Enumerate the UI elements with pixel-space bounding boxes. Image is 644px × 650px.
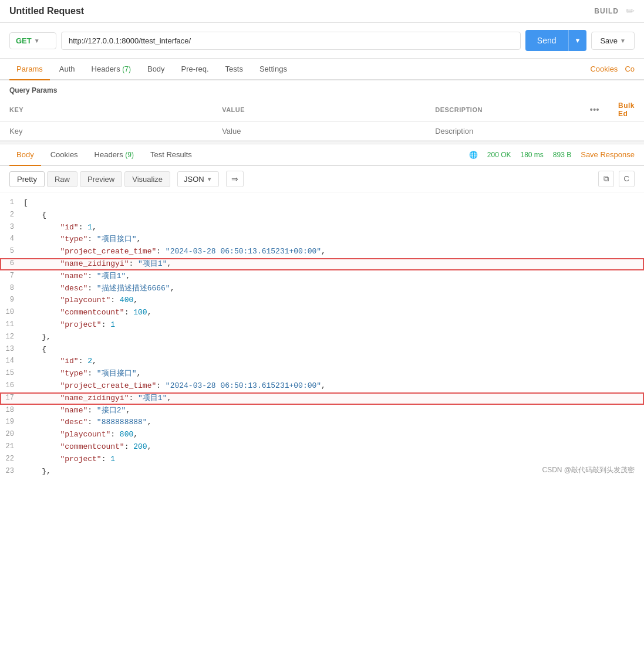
json-line: 7 "name": "项目1", [0, 270, 644, 283]
save-button[interactable]: Save ▼ [591, 32, 635, 50]
page-title: Untitled Request [9, 6, 84, 16]
app-header: Untitled Request BUILD ✏ [0, 0, 644, 23]
tab-right: Cookies Co [590, 65, 635, 73]
send-label: Send [525, 31, 568, 50]
build-label: BUILD [594, 7, 619, 15]
col-header-desc: DESCRIPTION [426, 98, 581, 122]
json-line: 13 { [0, 344, 644, 356]
json-line: 16 "project_create_time": "2024-03-28 06… [0, 380, 644, 392]
method-value: GET [16, 36, 32, 45]
tab-headers[interactable]: Headers (7) [85, 59, 138, 80]
col-header-actions: ••• [581, 98, 609, 122]
fmt-pretty[interactable]: Pretty [9, 171, 45, 187]
json-line: 17 "name_zidingyi": "项目1", [0, 392, 644, 405]
format-value: JSON [184, 175, 204, 184]
json-viewer: 1[2 {3 "id": 1,4 "type": "项目接口",5 "proje… [0, 192, 644, 482]
resp-headers-badge: (9) [125, 151, 134, 159]
json-line: 10 "commentcount": 100, [0, 307, 644, 319]
status-ok: 200 OK [487, 151, 511, 159]
method-select[interactable]: GET ▼ [9, 32, 56, 49]
tab-body[interactable]: Body [140, 59, 172, 80]
resp-tab-cookies[interactable]: Cookies [43, 144, 85, 166]
json-line: 9 "playcount": 400, [0, 294, 644, 307]
param-value-input[interactable] [222, 127, 416, 136]
header-right: BUILD ✏ [594, 5, 635, 18]
json-line: 21 "commentcount": 200, [0, 441, 644, 453]
url-bar: GET ▼ Send ▼ Save ▼ [0, 23, 644, 59]
param-row-placeholder [0, 122, 644, 141]
cookies-link[interactable]: Cookies [590, 65, 618, 73]
json-line: 6 "name_zidingyi": "项目1", [0, 258, 644, 270]
json-line: 12 }, [0, 331, 644, 344]
tab-auth[interactable]: Auth [52, 59, 82, 80]
resp-tab-body[interactable]: Body [9, 144, 41, 166]
fmt-raw[interactable]: Raw [47, 171, 77, 187]
fmt-preview[interactable]: Preview [80, 171, 122, 187]
params-table: KEY VALUE DESCRIPTION ••• Bulk Ed [0, 98, 644, 141]
wrap-icon[interactable]: ⇒ [226, 171, 244, 187]
tab-params[interactable]: Params [9, 59, 50, 80]
tab-tests[interactable]: Tests [218, 59, 250, 80]
format-toolbar: Pretty Raw Preview Visualize JSON ▼ ⇒ ⧉ … [0, 166, 644, 192]
json-line: 15 "type": "项目接口", [0, 368, 644, 380]
json-line: 19 "desc": "888888888", [0, 417, 644, 429]
col-header-key: KEY [0, 98, 213, 122]
query-params-label: Query Params [0, 80, 644, 98]
json-line: 4 "type": "项目接口", [0, 233, 644, 246]
send-button[interactable]: Send ▼ [525, 30, 587, 51]
json-line: 18 "name": "接口2", [0, 405, 644, 417]
save-label: Save [600, 36, 618, 45]
toolbar-right: ⧉ C [598, 171, 635, 187]
json-line: 22 "project": 1 [0, 453, 644, 466]
three-dots-icon[interactable]: ••• [590, 105, 599, 114]
col-header-value: VALUE [213, 98, 426, 122]
globe-icon: 🌐 [469, 151, 478, 159]
json-line: 8 "desc": "描述描述描述6666", [0, 283, 644, 295]
save-dropdown-arrow: ▼ [620, 38, 626, 44]
edit-icon[interactable]: ✏ [626, 5, 635, 18]
save-response-btn[interactable]: Save Response [581, 150, 635, 159]
tab-settings[interactable]: Settings [252, 59, 294, 80]
request-tabs: Params Auth Headers (7) Body Pre-req. Te… [0, 59, 644, 80]
json-line: 20 "playcount": 800, [0, 429, 644, 441]
co-link[interactable]: Co [625, 65, 635, 73]
send-dropdown-arrow[interactable]: ▼ [569, 32, 587, 49]
watermark: CSDN @敲代码敲到头发茂密 [542, 465, 635, 475]
headers-badge: (7) [122, 65, 131, 73]
json-line: 3 "id": 1, [0, 222, 644, 234]
format-select-arrow: ▼ [207, 176, 213, 182]
response-status: 🌐 200 OK 180 ms 893 B Save Response [469, 150, 635, 159]
col-header-bulk: Bulk Ed [609, 98, 644, 122]
bulk-edit-link[interactable]: Bulk Ed [618, 101, 635, 118]
json-line: 5 "project_create_time": "2024-03-28 06:… [0, 246, 644, 258]
tab-prereq[interactable]: Pre-req. [174, 59, 216, 80]
resp-tab-test-results[interactable]: Test Results [143, 144, 199, 166]
param-key-input[interactable] [9, 127, 203, 136]
param-desc-input[interactable] [435, 127, 571, 136]
status-size: 893 B [553, 151, 571, 159]
response-tabs: Body Cookies Headers (9) Test Results 🌐 … [0, 144, 644, 166]
method-dropdown-arrow: ▼ [34, 38, 40, 44]
json-line: 11 "project": 1 [0, 319, 644, 331]
json-line: 14 "id": 2, [0, 356, 644, 368]
json-line: 2 { [0, 209, 644, 222]
resp-tab-headers[interactable]: Headers (9) [87, 144, 141, 166]
format-select[interactable]: JSON ▼ [177, 171, 219, 187]
copy-icon[interactable]: ⧉ [598, 171, 614, 187]
response-body: 1[2 {3 "id": 1,4 "type": "项目接口",5 "proje… [0, 192, 644, 482]
url-input[interactable] [61, 32, 521, 50]
clear-icon[interactable]: C [619, 171, 635, 187]
status-time: 180 ms [521, 151, 544, 159]
fmt-visualize[interactable]: Visualize [124, 171, 170, 187]
json-line: 1[ [0, 197, 644, 209]
